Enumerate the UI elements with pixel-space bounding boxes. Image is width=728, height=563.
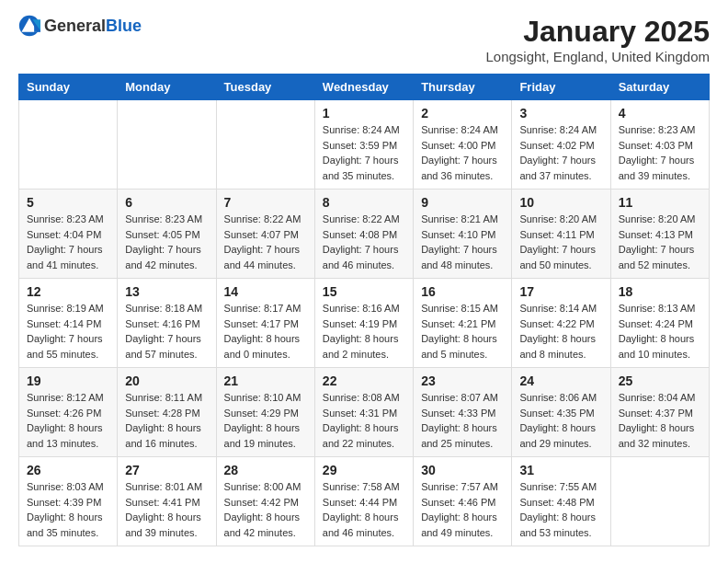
calendar-cell: 22Sunrise: 8:08 AM Sunset: 4:31 PM Dayli… <box>314 368 413 457</box>
calendar-cell <box>610 457 709 546</box>
day-number: 28 <box>224 463 307 477</box>
day-info: Sunrise: 8:18 AM Sunset: 4:16 PM Dayligh… <box>125 301 208 362</box>
day-info: Sunrise: 8:00 AM Sunset: 4:42 PM Dayligh… <box>224 479 307 540</box>
calendar-week-row: 26Sunrise: 8:03 AM Sunset: 4:39 PM Dayli… <box>19 457 710 546</box>
calendar-cell: 21Sunrise: 8:10 AM Sunset: 4:29 PM Dayli… <box>216 368 314 457</box>
calendar-cell: 25Sunrise: 8:04 AM Sunset: 4:37 PM Dayli… <box>610 368 709 457</box>
weekday-header-row: SundayMondayTuesdayWednesdayThursdayFrid… <box>19 75 710 100</box>
calendar-cell: 13Sunrise: 8:18 AM Sunset: 4:16 PM Dayli… <box>118 279 216 368</box>
logo-general: General <box>44 17 106 35</box>
day-info: Sunrise: 8:23 AM Sunset: 4:05 PM Dayligh… <box>125 212 208 272</box>
day-info: Sunrise: 7:58 AM Sunset: 4:44 PM Dayligh… <box>323 479 405 540</box>
calendar-cell: 2Sunrise: 8:24 AM Sunset: 4:00 PM Daylig… <box>414 100 512 190</box>
day-number: 22 <box>323 373 405 388</box>
day-info: Sunrise: 8:06 AM Sunset: 4:35 PM Dayligh… <box>519 390 602 451</box>
calendar-cell: 11Sunrise: 8:20 AM Sunset: 4:13 PM Dayli… <box>610 190 709 279</box>
day-info: Sunrise: 8:14 AM Sunset: 4:22 PM Dayligh… <box>519 301 602 362</box>
calendar-cell: 30Sunrise: 7:57 AM Sunset: 4:46 PM Dayli… <box>414 457 512 546</box>
day-info: Sunrise: 8:19 AM Sunset: 4:14 PM Dayligh… <box>27 301 109 362</box>
day-info: Sunrise: 7:55 AM Sunset: 4:48 PM Dayligh… <box>519 479 602 540</box>
day-number: 11 <box>619 195 701 210</box>
calendar-cell: 29Sunrise: 7:58 AM Sunset: 4:44 PM Dayli… <box>314 457 413 546</box>
calendar-cell: 5Sunrise: 8:23 AM Sunset: 4:04 PM Daylig… <box>19 190 118 279</box>
day-number: 25 <box>619 373 701 388</box>
day-info: Sunrise: 8:04 AM Sunset: 4:37 PM Dayligh… <box>619 390 701 451</box>
day-number: 31 <box>519 463 602 477</box>
weekday-header: Saturday <box>610 75 709 100</box>
logo: GeneralBlue <box>18 15 142 37</box>
calendar-cell: 9Sunrise: 8:21 AM Sunset: 4:10 PM Daylig… <box>414 190 512 279</box>
day-info: Sunrise: 8:07 AM Sunset: 4:33 PM Dayligh… <box>421 390 504 451</box>
day-info: Sunrise: 8:13 AM Sunset: 4:24 PM Dayligh… <box>619 301 701 362</box>
weekday-header: Thursday <box>414 75 512 100</box>
calendar-cell: 8Sunrise: 8:22 AM Sunset: 4:08 PM Daylig… <box>314 190 413 279</box>
page: GeneralBlue January 2025 Longsight, Engl… <box>0 0 728 561</box>
day-info: Sunrise: 8:24 AM Sunset: 4:00 PM Dayligh… <box>421 122 504 183</box>
day-info: Sunrise: 8:23 AM Sunset: 4:04 PM Dayligh… <box>27 212 109 272</box>
calendar-cell: 17Sunrise: 8:14 AM Sunset: 4:22 PM Dayli… <box>512 279 610 368</box>
calendar-cell: 28Sunrise: 8:00 AM Sunset: 4:42 PM Dayli… <box>216 457 314 546</box>
calendar-week-row: 19Sunrise: 8:12 AM Sunset: 4:26 PM Dayli… <box>19 368 710 457</box>
day-number: 1 <box>323 106 405 121</box>
day-number: 9 <box>421 195 504 210</box>
day-info: Sunrise: 8:08 AM Sunset: 4:31 PM Dayligh… <box>323 390 405 451</box>
day-info: Sunrise: 8:11 AM Sunset: 4:28 PM Dayligh… <box>125 390 208 451</box>
calendar-table: SundayMondayTuesdayWednesdayThursdayFrid… <box>18 74 710 546</box>
day-number: 8 <box>323 195 405 210</box>
calendar-cell <box>118 100 216 190</box>
day-number: 4 <box>619 106 701 121</box>
day-number: 12 <box>27 284 109 299</box>
day-number: 2 <box>421 106 504 121</box>
day-info: Sunrise: 8:20 AM Sunset: 4:13 PM Dayligh… <box>619 212 701 272</box>
calendar-cell <box>216 100 314 190</box>
weekday-header: Wednesday <box>314 75 413 100</box>
calendar-cell: 24Sunrise: 8:06 AM Sunset: 4:35 PM Dayli… <box>512 368 610 457</box>
day-number: 23 <box>421 373 504 388</box>
calendar-cell <box>19 100 118 190</box>
day-number: 14 <box>224 284 307 299</box>
day-number: 27 <box>125 463 208 477</box>
weekday-header: Tuesday <box>216 75 314 100</box>
logo-blue: Blue <box>106 17 142 35</box>
day-info: Sunrise: 8:12 AM Sunset: 4:26 PM Dayligh… <box>27 390 109 451</box>
day-number: 5 <box>27 195 109 210</box>
calendar-cell: 18Sunrise: 8:13 AM Sunset: 4:24 PM Dayli… <box>610 279 709 368</box>
day-number: 20 <box>125 373 208 388</box>
weekday-header: Friday <box>512 75 610 100</box>
calendar-cell: 4Sunrise: 8:23 AM Sunset: 4:03 PM Daylig… <box>610 100 709 190</box>
calendar-cell: 20Sunrise: 8:11 AM Sunset: 4:28 PM Dayli… <box>118 368 216 457</box>
day-info: Sunrise: 8:24 AM Sunset: 4:02 PM Dayligh… <box>519 122 602 183</box>
day-number: 21 <box>224 373 307 388</box>
day-info: Sunrise: 8:16 AM Sunset: 4:19 PM Dayligh… <box>323 301 405 362</box>
calendar-cell: 3Sunrise: 8:24 AM Sunset: 4:02 PM Daylig… <box>512 100 610 190</box>
day-number: 16 <box>421 284 504 299</box>
calendar-cell: 6Sunrise: 8:23 AM Sunset: 4:05 PM Daylig… <box>118 190 216 279</box>
calendar-cell: 14Sunrise: 8:17 AM Sunset: 4:17 PM Dayli… <box>216 279 314 368</box>
day-number: 7 <box>224 195 307 210</box>
day-number: 29 <box>323 463 405 477</box>
day-info: Sunrise: 7:57 AM Sunset: 4:46 PM Dayligh… <box>421 479 504 540</box>
calendar-cell: 10Sunrise: 8:20 AM Sunset: 4:11 PM Dayli… <box>512 190 610 279</box>
calendar-week-row: 12Sunrise: 8:19 AM Sunset: 4:14 PM Dayli… <box>19 279 710 368</box>
day-info: Sunrise: 8:21 AM Sunset: 4:10 PM Dayligh… <box>421 212 504 272</box>
day-info: Sunrise: 8:22 AM Sunset: 4:07 PM Dayligh… <box>224 212 307 272</box>
logo-icon <box>18 15 40 37</box>
calendar-cell: 26Sunrise: 8:03 AM Sunset: 4:39 PM Dayli… <box>19 457 118 546</box>
day-number: 26 <box>27 463 109 477</box>
calendar-cell: 7Sunrise: 8:22 AM Sunset: 4:07 PM Daylig… <box>216 190 314 279</box>
calendar-cell: 16Sunrise: 8:15 AM Sunset: 4:21 PM Dayli… <box>414 279 512 368</box>
day-number: 18 <box>619 284 701 299</box>
title-block: January 2025 Longsight, England, United … <box>485 15 710 64</box>
day-number: 13 <box>125 284 208 299</box>
day-info: Sunrise: 8:17 AM Sunset: 4:17 PM Dayligh… <box>224 301 307 362</box>
weekday-header: Sunday <box>19 75 118 100</box>
calendar-cell: 23Sunrise: 8:07 AM Sunset: 4:33 PM Dayli… <box>414 368 512 457</box>
day-info: Sunrise: 8:20 AM Sunset: 4:11 PM Dayligh… <box>519 212 602 272</box>
day-number: 15 <box>323 284 405 299</box>
day-number: 3 <box>519 106 602 121</box>
calendar-week-row: 5Sunrise: 8:23 AM Sunset: 4:04 PM Daylig… <box>19 190 710 279</box>
day-number: 10 <box>519 195 602 210</box>
day-info: Sunrise: 8:10 AM Sunset: 4:29 PM Dayligh… <box>224 390 307 451</box>
calendar-cell: 31Sunrise: 7:55 AM Sunset: 4:48 PM Dayli… <box>512 457 610 546</box>
calendar-cell: 12Sunrise: 8:19 AM Sunset: 4:14 PM Dayli… <box>19 279 118 368</box>
